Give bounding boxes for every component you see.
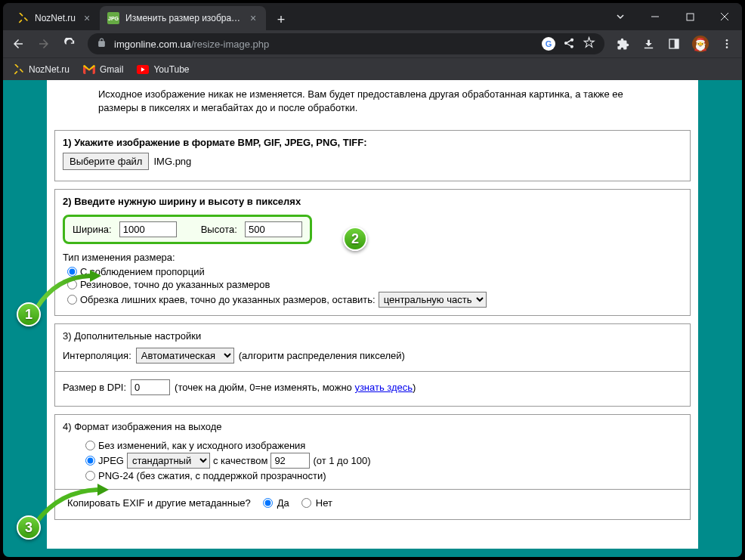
minimize-button[interactable] — [638, 5, 672, 29]
jpeg-type-select[interactable]: стандартный — [127, 453, 210, 469]
quality-range-label: (от 1 до 100) — [313, 455, 370, 466]
radio-stretch-label: Резиновое, точно до указанных размеров — [80, 279, 270, 290]
reload-button[interactable] — [62, 36, 77, 51]
tab-title: Изменить размер изображения — [125, 13, 242, 23]
download-icon[interactable] — [641, 36, 656, 51]
learn-here-link[interactable]: узнать здесь — [354, 382, 413, 393]
radio-crop-label: Обрезка лишних краев, точно до указанных… — [80, 294, 376, 305]
radio-format-png-label: PNG-24 (без сжатия, с поддержкой прозрач… — [98, 470, 326, 481]
annotation-badge-3: 3 — [17, 515, 41, 540]
wrench-icon — [17, 12, 29, 24]
radio-format-png[interactable] — [85, 471, 95, 481]
star-icon[interactable] — [583, 36, 595, 51]
google-icon[interactable]: G — [542, 37, 555, 51]
bookmark-noznet[interactable]: NozNet.ru — [12, 63, 70, 76]
browser-toolbar: imgonline.com.ua/resize-image.php G 🎅 — [3, 30, 742, 57]
height-label: Высота: — [201, 224, 237, 235]
url-text: imgonline.com.ua/resize-image.php — [114, 39, 534, 50]
exif-yes-label: Да — [277, 497, 289, 509]
extensions-icon[interactable] — [615, 36, 630, 51]
svg-rect-3 — [675, 39, 679, 48]
youtube-icon — [137, 63, 149, 76]
address-bar[interactable]: imgonline.com.ua/resize-image.php G — [88, 33, 604, 54]
interpolation-label: Интерполяция: — [63, 350, 131, 361]
quality-input[interactable] — [270, 453, 310, 469]
filename-label: IMG.png — [153, 156, 191, 167]
wrench-icon — [12, 63, 24, 76]
forward-button[interactable] — [36, 36, 51, 51]
section-2-title: 2) Введите нужную ширину и высоту в пикс… — [63, 196, 682, 207]
window-titlebar: NozNet.ru × JPG Изменить размер изображе… — [3, 3, 742, 30]
crop-position-select[interactable]: центральную часть — [379, 292, 487, 308]
close-icon[interactable]: × — [82, 13, 92, 23]
gmail-icon — [83, 63, 95, 76]
bookmarks-bar: NozNet.ru Gmail YouTube — [3, 57, 742, 80]
window-controls — [603, 5, 742, 29]
lock-icon — [97, 38, 107, 50]
interpolation-select[interactable]: Автоматическая — [136, 348, 234, 364]
height-input[interactable] — [245, 221, 302, 237]
bookmark-youtube[interactable]: YouTube — [137, 63, 189, 76]
tab-imgonline[interactable]: JPG Изменить размер изображения × — [100, 6, 266, 30]
section-4-format: 4) Формат изображения на выходе Без изме… — [54, 414, 691, 520]
menu-icon[interactable] — [719, 36, 734, 51]
choose-file-button[interactable]: Выберите файл — [63, 153, 149, 170]
annotation-badge-2: 2 — [343, 227, 367, 251]
profile-avatar[interactable]: 🎅 — [692, 36, 709, 52]
window-chevron-icon[interactable] — [603, 5, 638, 29]
radio-format-jpeg[interactable] — [85, 456, 95, 466]
svg-point-5 — [726, 43, 728, 45]
radio-format-same[interactable] — [85, 441, 95, 450]
width-input[interactable] — [119, 221, 177, 237]
quality-label: с качеством — [213, 455, 267, 466]
interpolation-note: (алгоритм распределения пикселей) — [239, 350, 405, 361]
svg-rect-1 — [687, 14, 694, 20]
jpg-icon: JPG — [107, 12, 119, 24]
section-3-additional: 3) Дополнительные настройки Интерполяция… — [54, 323, 691, 407]
new-tab-button[interactable]: + — [270, 9, 292, 30]
share-icon[interactable] — [563, 37, 575, 51]
panel-icon[interactable] — [666, 36, 682, 51]
maximize-button[interactable] — [672, 5, 707, 29]
bookmark-gmail[interactable]: Gmail — [83, 63, 123, 76]
dimensions-highlight: Ширина: Высота: — [63, 215, 312, 244]
page-content[interactable]: Исходное изображение никак не изменяется… — [3, 80, 742, 557]
close-icon[interactable]: × — [248, 13, 258, 23]
section-2-dimensions: 2) Введите нужную ширину и высоту в пикс… — [54, 189, 691, 316]
radio-format-same-label: Без изменений, как у исходного изображен… — [98, 440, 305, 451]
tab-noznet[interactable]: NozNet.ru × — [9, 6, 100, 30]
dpi-label: Размер в DPI: — [63, 382, 126, 393]
radio-exif-yes[interactable] — [263, 498, 273, 508]
back-button[interactable] — [11, 36, 26, 51]
resize-type-label: Тип изменения размера: — [63, 252, 682, 263]
tab-title: NozNet.ru — [35, 13, 76, 23]
exif-no-label: Нет — [316, 497, 332, 509]
radio-exif-no[interactable] — [301, 498, 311, 508]
annotation-arrow-1 — [33, 270, 101, 311]
dpi-input[interactable] — [131, 379, 170, 395]
section-4-title: 4) Формат изображения на выходе — [63, 421, 682, 432]
section-1-file: 1) Укажите изображение в формате BMP, GI… — [54, 130, 691, 181]
close-window-button[interactable] — [707, 5, 742, 29]
section-3-title: 3) Дополнительные настройки — [63, 330, 682, 342]
width-label: Ширина: — [73, 224, 112, 235]
browser-tabs: NozNet.ru × JPG Изменить размер изображе… — [3, 3, 603, 30]
annotation-badge-1: 1 — [17, 302, 41, 326]
svg-point-6 — [726, 46, 728, 48]
svg-point-4 — [726, 39, 728, 42]
annotation-arrow-3 — [33, 484, 109, 525]
section-1-title: 1) Укажите изображение в формате BMP, GI… — [63, 137, 682, 148]
intro-text: Исходное изображение никак не изменяется… — [54, 88, 691, 122]
jpeg-label: JPEG — [98, 455, 124, 466]
